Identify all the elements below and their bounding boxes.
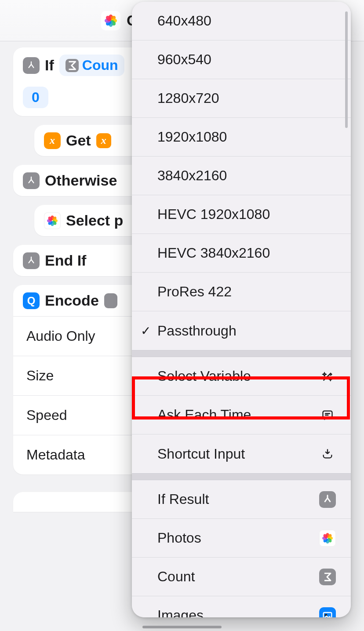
- variable-images[interactable]: Images: [132, 596, 351, 617]
- variable-chip-icon: [104, 293, 117, 308]
- size-option-hevc-1920x1080[interactable]: HEVC 1920x1080: [132, 195, 351, 234]
- variable-count[interactable]: Count: [132, 558, 351, 596]
- if-variable-token[interactable]: Coun: [59, 55, 124, 76]
- sigma-icon: [66, 59, 79, 72]
- size-option-1920x1080[interactable]: 1920x1080: [132, 118, 351, 157]
- sigma-icon: [319, 569, 336, 585]
- end-if-label: End If: [45, 252, 86, 269]
- ask-each-time-option[interactable]: Ask Each Time: [132, 396, 351, 434]
- size-option-passthrough[interactable]: ✓ Passthrough: [132, 311, 351, 350]
- branch-icon: [23, 252, 40, 269]
- get-label: Get: [66, 132, 91, 149]
- size-option-prores-422[interactable]: ProRes 422: [132, 273, 351, 311]
- select-photos-label: Select p: [66, 212, 123, 229]
- otherwise-label: Otherwise: [45, 172, 117, 189]
- encode-label: Encode: [45, 292, 99, 309]
- shortcut-input-option[interactable]: Shortcut Input: [132, 434, 351, 473]
- branch-icon: [319, 491, 336, 508]
- speech-bubble-icon: [319, 407, 336, 423]
- size-option-640x480[interactable]: 640x480: [132, 2, 351, 40]
- checkmark-icon: ✓: [141, 324, 151, 338]
- home-indicator: [142, 626, 222, 628]
- variable-if-result[interactable]: If Result: [132, 480, 351, 519]
- variable-x-icon-2: x: [96, 133, 111, 148]
- quicktime-icon: Q: [23, 292, 40, 309]
- size-option-1280x720[interactable]: 1280x720: [132, 79, 351, 118]
- if-value-token[interactable]: 0: [23, 87, 48, 108]
- photos-app-icon: [44, 212, 61, 229]
- photos-app-icon: [319, 530, 336, 547]
- if-value-text: 0: [32, 89, 40, 106]
- magic-variable-section: Select Variable Ask Each Time Shortcut I…: [132, 357, 351, 473]
- size-options-section: 640x480 960x540 1280x720 1920x1080 3840x…: [132, 2, 351, 350]
- if-token-text: Coun: [82, 57, 118, 73]
- branch-icon: [23, 172, 40, 189]
- menu-separator: [132, 473, 351, 480]
- size-picker-popover: 640x480 960x540 1280x720 1920x1080 3840x…: [132, 2, 351, 617]
- size-option-hevc-3840x2160[interactable]: HEVC 3840x2160: [132, 234, 351, 273]
- variables-section: If Result Photos: [132, 480, 351, 617]
- menu-separator: [132, 350, 351, 357]
- size-option-960x540[interactable]: 960x540: [132, 40, 351, 79]
- if-label: If: [45, 57, 54, 74]
- scrollbar[interactable]: [345, 11, 348, 128]
- size-option-3840x2160[interactable]: 3840x2160: [132, 157, 351, 195]
- branch-icon: [23, 57, 40, 74]
- shortcut-input-icon: [319, 445, 336, 462]
- svg-rect-0: [323, 411, 332, 417]
- select-variable-option[interactable]: Select Variable: [132, 357, 351, 396]
- image-icon: [319, 607, 336, 618]
- photos-app-icon: [101, 11, 120, 30]
- variable-photos[interactable]: Photos: [132, 519, 351, 558]
- variable-x-icon: x: [44, 132, 61, 149]
- magic-wand-icon: [319, 368, 336, 385]
